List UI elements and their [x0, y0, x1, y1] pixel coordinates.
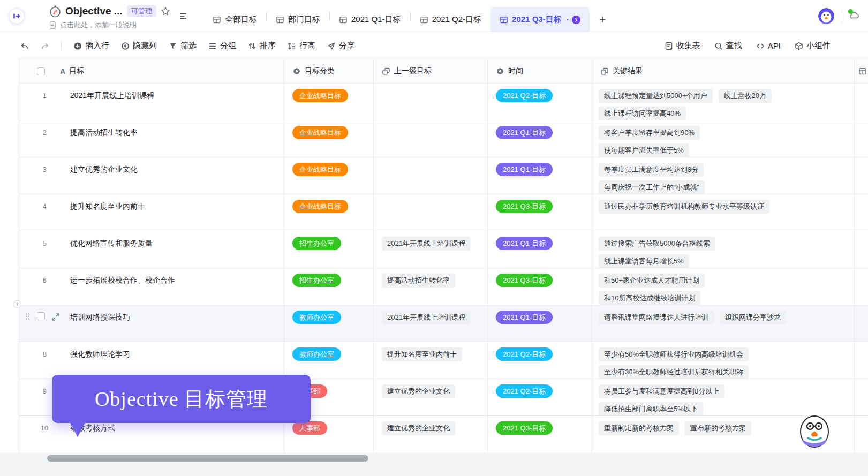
parent-objective-chip[interactable]: 提高活动招生转化率: [382, 274, 455, 288]
horizontal-scrollbar-thumb[interactable]: [47, 455, 368, 462]
sort-button[interactable]: 排序: [248, 41, 276, 51]
time-cell[interactable]: 2021 Q3-目标: [488, 416, 592, 453]
category-pill[interactable]: 人事部: [292, 421, 327, 435]
parent-objective-cell[interactable]: 建立优秀的企业文化: [374, 416, 488, 453]
time-cell[interactable]: 2021 Q1-目标: [488, 120, 592, 157]
kr-chip[interactable]: 通过搜索广告获取5000条合格线索: [599, 237, 715, 251]
collect-form-button[interactable]: 收集表: [665, 41, 700, 51]
category-pill[interactable]: 企业战略目标: [292, 89, 348, 102]
hide-columns-button[interactable]: 隐藏列: [121, 41, 157, 51]
user-avatar[interactable]: [818, 8, 834, 24]
column-header-5[interactable]: 关键结果: [592, 59, 855, 84]
table-row-2[interactable]: 2提高活动招生转化率企业战略目标2021 Q1-目标将客户季度留存率提高到90%…: [19, 120, 868, 157]
insert-row-plus-button[interactable]: +: [13, 300, 21, 308]
key-results-cell[interactable]: 将员工参与度和满意度提高到8分以上降低招生部门离职率至5%以下: [592, 379, 855, 416]
select-all-checkbox[interactable]: [37, 67, 45, 75]
time-pill[interactable]: 2021 Q1-目标: [496, 311, 553, 324]
kr-chip[interactable]: 线上课堂访客每月增长5%: [599, 254, 689, 268]
category-cell[interactable]: 教师办公室: [284, 305, 374, 342]
key-results-cell[interactable]: 至少有50%全职教师获得行业内高级培训机会至少有30%全职教师经过培训后获得相关…: [592, 342, 855, 379]
kr-chip[interactable]: 线上课程访问率提高40%: [599, 107, 686, 120]
description-row[interactable]: 点击此处，添加一段说明: [49, 20, 170, 30]
sync-status[interactable]: [850, 11, 859, 22]
kr-chip[interactable]: 宣布新的考核方案: [685, 421, 751, 435]
objective-cell[interactable]: 12021年开展线上培训课程: [19, 84, 284, 120]
expand-record-icon[interactable]: [51, 313, 60, 321]
time-cell[interactable]: 2021 Q1-目标: [488, 231, 592, 268]
kr-chip[interactable]: 重新制定新的考核方案: [599, 421, 679, 435]
filter-button[interactable]: 筛选: [169, 41, 197, 51]
search-button[interactable]: 查找: [714, 41, 742, 51]
category-cell[interactable]: 企业战略目标: [284, 120, 374, 157]
time-pill[interactable]: 2021 Q3-目标: [496, 274, 553, 287]
tab-all-objectives[interactable]: 全部目标: [203, 7, 266, 32]
objective-cell[interactable]: 2提高活动招生转化率: [19, 120, 284, 157]
category-pill[interactable]: 企业战略目标: [292, 126, 348, 139]
category-cell[interactable]: 企业战略目标: [284, 194, 374, 231]
parent-objective-cell[interactable]: 2021年开展线上培训课程: [374, 305, 488, 342]
parent-objective-chip[interactable]: 2021年开展线上培训课程: [382, 237, 471, 251]
tab-department-objectives[interactable]: 部门目标: [267, 7, 329, 32]
parent-objective-cell[interactable]: [374, 157, 488, 194]
star-icon[interactable]: [161, 6, 170, 16]
kr-chip[interactable]: 至少有30%全职教师经过培训后获得相关职称: [599, 365, 749, 379]
share-button[interactable]: 分享: [327, 41, 355, 51]
time-cell[interactable]: 2021 Q1-目标: [488, 305, 592, 342]
key-results-cell[interactable]: 线上课程预定量达到5000+个用户线上营收20万线上课程访问率提高40%: [592, 84, 855, 120]
column-header-4[interactable]: 时间: [488, 59, 592, 84]
category-cell[interactable]: 招生办公室: [284, 231, 374, 268]
column-header-3[interactable]: 上一级目标: [374, 59, 488, 84]
key-results-cell[interactable]: 通过民办非学历教育培训机构教师专业水平等级认证: [592, 194, 855, 231]
kr-chip[interactable]: 和50+家企业达成人才聘用计划: [599, 274, 705, 288]
time-pill[interactable]: 2021 Q1-目标: [496, 126, 553, 139]
drag-handle-icon[interactable]: [24, 312, 31, 321]
category-cell[interactable]: 教师办公室: [284, 342, 374, 379]
category-pill[interactable]: 教师办公室: [292, 311, 341, 324]
parent-objective-cell[interactable]: [374, 120, 488, 157]
document-title[interactable]: Objective ...: [65, 5, 123, 17]
kr-chip[interactable]: 降低招生部门离职率至5%以下: [599, 402, 703, 416]
time-cell[interactable]: 2021 Q3-目标: [488, 194, 592, 231]
objective-cell[interactable]: 培训网络授课技巧: [19, 305, 284, 342]
category-pill[interactable]: 企业战略目标: [292, 200, 348, 213]
kr-chip[interactable]: 每周庆祝一次工作上的“小成就”: [599, 180, 705, 194]
kr-chip[interactable]: 组织网课分享沙龙: [720, 311, 786, 324]
time-cell[interactable]: 2021 Q3-目标: [488, 268, 592, 305]
time-pill[interactable]: 2021 Q2-目标: [496, 347, 553, 361]
kr-chip[interactable]: 每季度员工满意度平均达到8分: [599, 163, 704, 177]
table-row-1[interactable]: 12021年开展线上培训课程企业战略目标2021 Q2-目标线上课程预定量达到5…: [19, 84, 868, 120]
kr-chip[interactable]: 和10所高校达成继续培训计划: [599, 291, 700, 305]
kr-chip[interactable]: 使每期客户流失率低于5%: [599, 143, 689, 157]
view-list-icon[interactable]: [177, 10, 190, 22]
kr-chip[interactable]: 将客户季度留存率提高到90%: [599, 126, 700, 140]
key-results-cell[interactable]: 和50+家企业达成人才聘用计划和10所高校达成继续培训计划: [592, 268, 855, 305]
parent-objective-chip[interactable]: 2021年开展线上培训课程: [382, 311, 471, 324]
time-cell[interactable]: 2021 Q2-目标: [488, 379, 592, 416]
kr-chip[interactable]: 线上课程预定量达到5000+个用户: [599, 89, 713, 103]
time-pill[interactable]: 2021 Q1-目标: [496, 237, 553, 250]
category-pill[interactable]: 教师办公室: [292, 347, 341, 361]
partial-column-header[interactable]: [855, 59, 868, 84]
column-header-2[interactable]: 目标分类: [284, 59, 374, 84]
parent-objective-chip[interactable]: 提升知名度至业内前十: [382, 347, 462, 361]
parent-objective-cell[interactable]: 提高活动招生转化率: [374, 268, 488, 305]
category-cell[interactable]: 企业战略目标: [284, 157, 374, 194]
tab-menu-button[interactable]: [572, 16, 580, 24]
widget-button[interactable]: 小组件: [795, 41, 831, 51]
parent-objective-chip[interactable]: 建立优秀的企业文化: [382, 384, 455, 398]
table-row-5[interactable]: 5优化网络宣传和服务质量招生办公室2021年开展线上培训课程2021 Q1-目标…: [19, 231, 868, 268]
parent-objective-cell[interactable]: [374, 84, 488, 120]
parent-objective-cell[interactable]: 2021年开展线上培训课程: [374, 231, 488, 268]
assistant-mascot[interactable]: [797, 412, 832, 450]
kr-chip[interactable]: 通过民办非学历教育培训机构教师专业水平等级认证: [599, 200, 769, 214]
column-header-1[interactable]: A目标: [19, 59, 284, 84]
category-pill[interactable]: 招生办公室: [292, 274, 341, 287]
objective-cell[interactable]: 4提升知名度至业内前十: [19, 194, 284, 231]
insert-row-button[interactable]: 插入行: [73, 41, 109, 51]
row-checkbox[interactable]: [37, 312, 45, 320]
kr-chip[interactable]: 至少有50%全职教师获得行业内高级培训机会: [599, 347, 749, 361]
category-pill[interactable]: 企业战略目标: [292, 163, 348, 176]
table-row-7[interactable]: 培训网络授课技巧教师办公室2021年开展线上培训课程2021 Q1-目标请腾讯课…: [19, 305, 868, 342]
key-results-cell[interactable]: 通过搜索广告获取5000条合格线索线上课堂访客每月增长5%: [592, 231, 855, 268]
table-row-8[interactable]: 8强化教师理论学习教师办公室提升知名度至业内前十2021 Q2-目标至少有50%…: [19, 342, 868, 379]
